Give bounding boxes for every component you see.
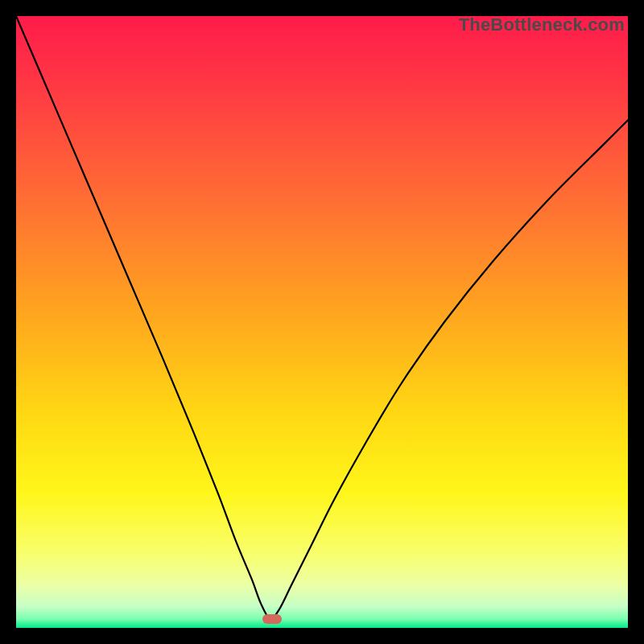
bottleneck-curve <box>16 16 628 628</box>
plot-frame: TheBottleneck.com <box>16 16 628 628</box>
optimal-point-marker <box>262 614 282 624</box>
